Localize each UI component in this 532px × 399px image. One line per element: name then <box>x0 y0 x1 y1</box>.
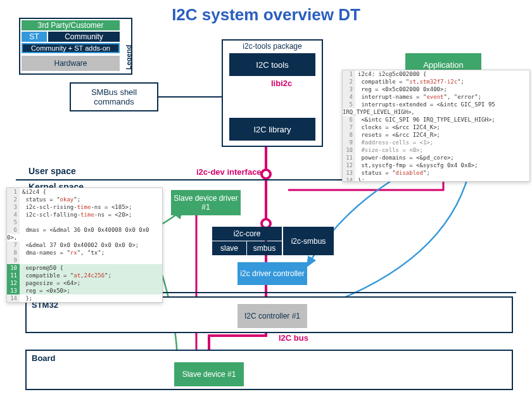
label-libi2c: libi2c <box>271 79 292 88</box>
i2c-smbus: i2c-smbus <box>283 227 334 255</box>
i2c-driver-controller: i2c driver controller <box>238 262 307 285</box>
i2c-core: i2c-core <box>212 227 282 241</box>
legend-hardware: Hardware <box>22 56 120 71</box>
label-i2c-bus: I2C bus <box>279 333 308 343</box>
svg-point-1 <box>262 170 270 179</box>
smbus-commands: SMBus shell commands <box>70 82 158 111</box>
i2c-tools: I2C tools <box>229 53 315 76</box>
i2c-library: I2C library <box>229 118 315 141</box>
slave-device-driver: Slave device driver #1 <box>171 190 241 215</box>
i2c-core-smbus: smbus <box>247 241 282 255</box>
legend-community: Community <box>48 32 120 42</box>
legend-label: Legend <box>125 25 132 70</box>
i2c-controller: I2C controller #1 <box>238 304 307 328</box>
label-i2c-dev: i2c-dev interface <box>196 167 262 177</box>
smbus-l1: SMBus shell <box>91 87 137 97</box>
slave-device: Slave device #1 <box>174 362 244 386</box>
legend-panel: 3rd Party/Customer ST Community Communit… <box>19 18 132 75</box>
smbus-l2: commands <box>94 97 134 106</box>
legend-community-st: Community + ST adds-on <box>22 43 120 53</box>
legend-third-party: 3rd Party/Customer <box>22 20 120 30</box>
dts-overlay-code: 1&i2c4 {2 status = "okay";3 i2c-scl-risi… <box>6 187 163 303</box>
label-user-space: User space <box>28 166 76 176</box>
dts-node-code: 1i2c4: i2c@5c002000 {2 compatible = "st,… <box>342 70 530 182</box>
board-region: Board <box>25 350 513 390</box>
i2c-core-slave: slave <box>212 241 246 255</box>
legend-st: ST <box>22 32 47 42</box>
